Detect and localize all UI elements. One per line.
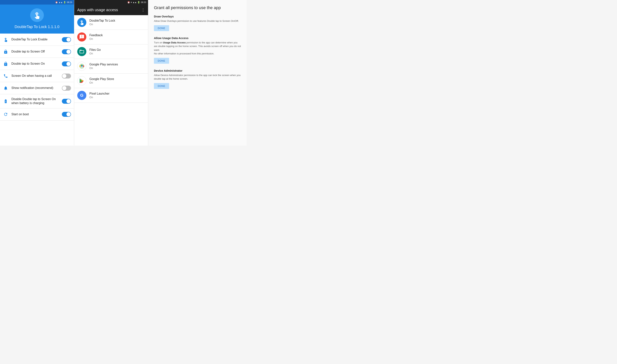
wifi-icon: ▾ [131, 1, 132, 4]
phone-icon [3, 73, 8, 79]
toggle-notification[interactable] [62, 86, 71, 91]
setting-screen-on-label: Double tap to Screen On [11, 62, 62, 66]
status-icons-1: ⏰ ▲▲ 🔋 08:29 [55, 1, 72, 4]
doubletap-app-icon [77, 18, 86, 27]
permission-section-usage: Allow Usage Data Access Turn on Usage Da… [154, 36, 241, 64]
usage-header: Apps with usage access ⋮ [74, 5, 148, 15]
gpstore-icon-svg [79, 78, 85, 84]
permission-overlays-desc: Allow Draw Overlays permission to use fe… [154, 19, 241, 23]
app-logo [30, 8, 44, 22]
lock-on-icon [3, 61, 8, 66]
doubletap-app-name: DoubleTap To Lock [89, 19, 145, 22]
battery-charging-icon [3, 99, 8, 104]
gpstore-app-name: Google Play Store [89, 77, 145, 81]
done-button-admin[interactable]: DONE [154, 83, 169, 89]
pixel-app-info: Pixel Launcher On [89, 92, 145, 99]
panel-app: ⏰ ▲▲ 🔋 08:29 DoubleTap To Lock 1.1.1.0 D… [0, 0, 74, 146]
pixel-app-name: Pixel Launcher [89, 92, 145, 95]
signal-icon: ▲▲ [59, 1, 63, 3]
filesgo-app-icon [77, 47, 86, 56]
signal-icon-2: ▲▲ [133, 1, 137, 3]
usage-header-title: Apps with usage access [77, 8, 118, 12]
setting-enable-label: DoubleTap To Lock Enable [11, 38, 62, 41]
feedback-app-info: Feedback On [89, 34, 145, 40]
list-item[interactable]: DoubleTap To Lock On [74, 15, 148, 30]
finger-tap-icon [3, 37, 8, 42]
setting-screen-on: Double tap to Screen On [0, 58, 74, 70]
toggle-screen-on[interactable] [62, 61, 71, 66]
time-1: 08:29 [67, 1, 72, 3]
panel-permissions: Grant all permissions to use the app Dra… [148, 0, 247, 146]
status-bar-2: ⏰ ▾ ▲▲ 🔋 08:33 [74, 0, 148, 5]
setting-call-label: Screen On when having a call [11, 74, 62, 78]
gpstore-app-status: On [89, 81, 145, 84]
permissions-title: Grant all permissions to use the app [154, 5, 241, 10]
list-item[interactable]: Google Play services On [74, 59, 148, 74]
permission-usage-bold: Usage Data Access [163, 41, 186, 44]
panel-usage: ⏰ ▾ ▲▲ 🔋 08:33 Apps with usage access ⋮ … [74, 0, 148, 146]
bell-icon [3, 86, 8, 91]
pixel-app-status: On [89, 96, 145, 99]
list-item[interactable]: G Pixel Launcher On [74, 88, 148, 103]
battery-icon-2: 🔋 [137, 1, 140, 4]
gps-app-info: Google Play services On [89, 63, 145, 70]
app-title: DoubleTap To Lock 1.1.1.0 [15, 25, 59, 29]
filesgo-icon-svg [79, 49, 84, 54]
gps-icon-svg [79, 63, 85, 69]
gps-app-status: On [89, 66, 145, 70]
gpstore-app-info: Google Play Store On [89, 77, 145, 84]
toggle-call[interactable] [62, 74, 71, 78]
done-button-usage[interactable]: DONE [154, 58, 169, 64]
permission-overlays-title: Draw Overlays [154, 15, 241, 18]
setting-screen-off-label: Double tap to Screen Off [11, 50, 62, 54]
permission-section-overlays: Draw Overlays Allow Draw Overlays permis… [154, 15, 241, 31]
setting-enable: DoubleTap To Lock Enable [0, 34, 74, 46]
permission-admin-title: Device Administrator [154, 69, 241, 72]
setting-boot: Start on boot [0, 108, 74, 121]
toggle-charging[interactable] [62, 99, 71, 104]
alarm-icon: ⏰ [55, 1, 58, 4]
finger-tap-logo-icon [33, 11, 41, 19]
filesgo-app-name: Files Go [89, 48, 145, 52]
list-item[interactable]: Google Play Store On [74, 74, 148, 88]
status-icons-2: ⏰ ▾ ▲▲ 🔋 08:33 [127, 1, 146, 4]
permission-usage-title: Allow Usage Data Access [154, 36, 241, 40]
doubletap-icon-svg [79, 20, 84, 25]
feedback-app-name: Feedback [89, 34, 145, 37]
boot-icon [3, 112, 8, 117]
toggle-boot[interactable] [62, 112, 71, 117]
setting-notification-label: Show notification (recommend) [11, 86, 62, 90]
filesgo-app-info: Files Go On [89, 48, 145, 55]
alarm-icon-2: ⏰ [127, 1, 130, 4]
feedback-app-status: On [89, 37, 145, 40]
feedback-app-icon [77, 32, 86, 41]
feedback-icon-svg [79, 34, 84, 40]
done-button-overlays[interactable]: DONE [154, 25, 169, 31]
status-bar-1: ⏰ ▲▲ 🔋 08:29 [0, 0, 74, 5]
pixel-app-icon: G [77, 91, 86, 100]
gpstore-app-icon [77, 76, 86, 85]
permission-admin-desc: Allow Device Administrator permission to… [154, 73, 241, 81]
battery-icon: 🔋 [63, 1, 66, 4]
filesgo-app-status: On [89, 52, 145, 55]
setting-notification: Show notification (recommend) [0, 82, 74, 94]
setting-boot-label: Start on boot [11, 112, 62, 117]
setting-charging-label: Disable Double tap to Screen On when bat… [11, 97, 62, 105]
gps-app-name: Google Play services [89, 63, 145, 66]
permission-section-admin: Device Administrator Allow Device Admini… [154, 69, 241, 89]
lock-off-icon [3, 49, 8, 54]
toggle-enable[interactable] [62, 37, 71, 42]
doubletap-app-status: On [89, 23, 145, 26]
app-header: DoubleTap To Lock 1.1.1.0 [0, 5, 74, 34]
time-2: 08:33 [141, 1, 146, 3]
list-item[interactable]: Feedback On [74, 30, 148, 44]
toggle-screen-off[interactable] [62, 49, 71, 54]
more-options-icon[interactable]: ⋮ [141, 8, 145, 12]
setting-charging: Disable Double tap to Screen On when bat… [0, 94, 74, 108]
list-item[interactable]: Files Go On [74, 44, 148, 59]
permission-usage-desc: Turn on Usage Data Access permission to … [154, 41, 241, 55]
app-list: DoubleTap To Lock On Feedback On [74, 15, 148, 146]
setting-screen-off: Double tap to Screen Off [0, 46, 74, 58]
doubletap-app-info: DoubleTap To Lock On [89, 19, 145, 26]
settings-list: DoubleTap To Lock Enable Double tap to S… [0, 34, 74, 146]
